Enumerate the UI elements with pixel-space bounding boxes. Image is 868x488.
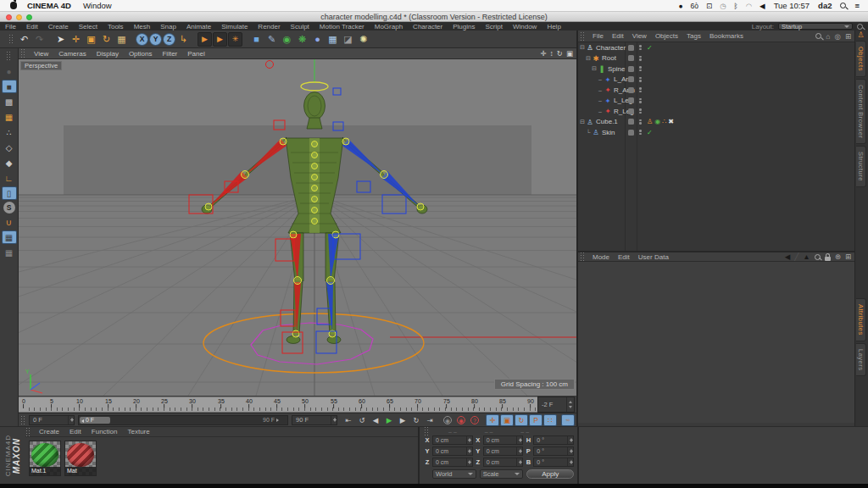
menu-item[interactable]: Select [74, 23, 103, 30]
add-cube-button[interactable]: ■ [249, 32, 264, 47]
menu-item[interactable]: User Data [634, 253, 673, 261]
viewport-solo-icon[interactable]: ▯ [2, 186, 17, 200]
texture-mode-icon[interactable]: ▩ [2, 95, 17, 108]
y-axis-lock-button[interactable]: Y [149, 33, 162, 46]
side-tab[interactable]: Content Browser [856, 79, 866, 144]
close-window-button[interactable] [6, 14, 12, 20]
menu-item[interactable]: Help [542, 23, 565, 30]
render-view-button[interactable]: ▶ [198, 32, 212, 47]
stepper-icon[interactable] [516, 436, 522, 444]
range-end-field[interactable]: 90 F [292, 415, 337, 425]
menu-item[interactable]: Edit [614, 253, 634, 261]
tree-expander[interactable]: ⊟ [585, 55, 592, 62]
planar-workplane-icon[interactable]: ▦ [2, 246, 17, 259]
floor-button[interactable]: ▦ [326, 32, 340, 47]
menubar-clock[interactable]: Tue 10:57 [774, 1, 810, 10]
live-selection-button[interactable]: ➤ [53, 32, 68, 47]
attribute-manager-body[interactable] [578, 262, 854, 423]
menu-item[interactable]: Edit [608, 32, 628, 40]
rotate-view-icon[interactable]: ↻ [557, 49, 563, 58]
redo-button[interactable]: ↷ [32, 32, 47, 47]
menu-item[interactable]: Character [408, 23, 448, 30]
visibility-dots[interactable] [637, 130, 644, 135]
paint-button[interactable]: ▦ [114, 32, 129, 47]
window-titlebar[interactable]: character modelling.c4d * (Classroom Ver… [0, 12, 868, 22]
record-parameter-button[interactable]: P [529, 414, 542, 426]
autokey-help-button[interactable]: ? [468, 414, 481, 426]
object-label[interactable]: Character [594, 44, 626, 52]
stepper-icon[interactable] [516, 458, 522, 466]
menu-item[interactable]: Sculpt [286, 23, 314, 30]
panel-grip[interactable] [20, 415, 26, 425]
panel-grip[interactable] [8, 34, 14, 44]
record-position-button[interactable]: ✛ [486, 414, 499, 426]
subdivision-surface-button[interactable]: ◉ [280, 32, 294, 47]
magnet-snap-icon[interactable]: ∪ [2, 215, 17, 229]
visibility-dots[interactable] [637, 77, 644, 82]
object-label[interactable]: Skin [600, 129, 615, 136]
forward-arrow-icon[interactable]: ╱ [794, 252, 798, 261]
panel-grip[interactable] [25, 427, 31, 437]
stepper-icon[interactable] [466, 436, 472, 444]
panel-grip[interactable] [20, 48, 26, 58]
object-tree-row[interactable]: └ ♙ Skin ✓ [578, 127, 854, 138]
visibility-dots[interactable] [637, 56, 644, 61]
coord-input[interactable]: 0 cm [483, 446, 524, 456]
menu-item[interactable]: Create [34, 428, 64, 435]
model-mode-icon[interactable]: ■ [2, 80, 17, 93]
z-axis-lock-button[interactable]: Z [163, 33, 175, 46]
notification-bell-icon[interactable]: ● [678, 0, 682, 12]
object-tree-row[interactable]: – ✦ L_Arm [578, 75, 854, 86]
undo-button[interactable]: ↶ [17, 32, 31, 47]
layer-swatch[interactable] [628, 87, 634, 93]
side-tab[interactable]: Layers [856, 343, 866, 377]
edges-mode-icon[interactable]: ◇ [2, 141, 17, 154]
record-rotation-button[interactable]: ↻ [515, 414, 528, 426]
render-picture-viewer-button[interactable]: ▶ [213, 32, 227, 47]
menu-item[interactable]: Filter [157, 50, 182, 58]
tree-expander[interactable]: ⊟ [591, 65, 598, 72]
points-mode-icon[interactable]: ∴ [2, 125, 17, 139]
range-start-field[interactable]: 0 F [29, 415, 75, 425]
layer-swatch[interactable] [628, 55, 634, 61]
object-tree-row[interactable]: ⊟ ✱ Root [578, 53, 854, 64]
layer-swatch[interactable] [628, 130, 634, 136]
menu-item[interactable]: View [29, 50, 53, 58]
menu-item[interactable]: Panel [182, 50, 209, 58]
menu-item[interactable]: Objects [651, 32, 682, 40]
visibility-dots[interactable] [637, 119, 644, 125]
menu-item[interactable]: Mode [588, 253, 614, 261]
wifi-icon[interactable]: ◠ [746, 0, 752, 12]
path-icon[interactable]: ◎ [834, 32, 840, 41]
glasses-app-icon[interactable]: 6ò [691, 0, 698, 12]
goto-start-button[interactable]: ⇤ [342, 414, 355, 426]
volume-icon[interactable]: ◀ [760, 0, 765, 12]
render-settings-button[interactable]: ✳ [228, 32, 242, 47]
add-panel-icon[interactable]: ⊞ [845, 32, 851, 41]
lock-workplane-icon[interactable]: ▦ [2, 230, 17, 244]
timeline-slider-handle[interactable]: 0 F [80, 417, 110, 424]
stepper-icon[interactable] [68, 416, 74, 424]
menu-item[interactable]: Mesh [129, 23, 156, 30]
object-tree-row[interactable]: ⊟ ❚ Spine [578, 64, 854, 75]
play-button[interactable]: ▶ [382, 414, 396, 426]
layer-swatch[interactable] [628, 76, 634, 82]
sculpt-mode-icon[interactable]: ● [2, 64, 17, 78]
layout-search-icon[interactable] [857, 24, 863, 30]
menu-item[interactable]: Create [43, 23, 74, 30]
search-icon[interactable] [815, 254, 821, 260]
record-snapshot-button[interactable]: ◉ [441, 414, 454, 426]
display-icon[interactable]: ⊡ [706, 0, 712, 12]
record-scale-button[interactable]: ▣ [500, 414, 514, 426]
object-tree-row[interactable]: ⊟ ♙ Cube.1 ♙ ◉ ∴ ✖ [578, 117, 854, 128]
menu-item[interactable]: File [588, 32, 608, 40]
tree-expander[interactable]: ⊟ [579, 44, 586, 51]
menu-item[interactable]: Edit [64, 428, 86, 435]
spotlight-icon[interactable] [840, 3, 846, 8]
menu-item[interactable]: Motion Tracker [314, 23, 370, 30]
panel-grip[interactable] [580, 31, 586, 42]
polygons-mode-icon[interactable]: ◆ [2, 156, 17, 169]
settings-icon[interactable]: ⊛ [835, 252, 841, 261]
menu-item[interactable]: Tags [682, 32, 705, 40]
stepper-icon[interactable] [331, 416, 337, 424]
